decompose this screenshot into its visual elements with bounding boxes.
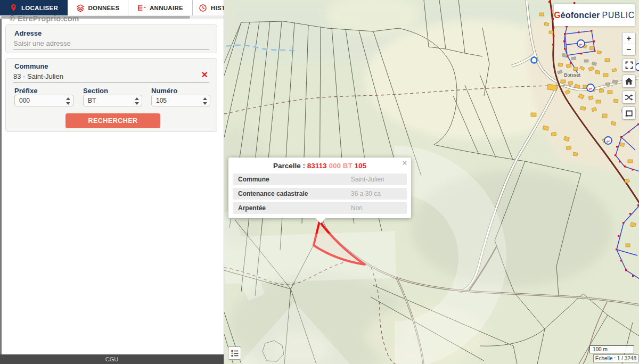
cgu-footer-link[interactable]: CGU xyxy=(0,354,224,364)
scrollbar-thumb[interactable] xyxy=(1,16,190,19)
blue-ring-marker[interactable] xyxy=(531,57,537,63)
home-icon xyxy=(625,77,633,85)
tab-localiser[interactable]: LOCALISER xyxy=(0,0,68,15)
tab-historique[interactable]: HISTORIQUE xyxy=(193,0,224,15)
numero-label: Numéro xyxy=(151,87,177,95)
sidebar: LOCALISER DONNÉES ANNUAIRE HISTORIQUE xyxy=(0,0,224,364)
address-card: Adresse Saisir une adresse xyxy=(5,24,217,53)
section-value: BT xyxy=(88,97,96,104)
ge-badge[interactable]: ge xyxy=(604,137,612,144)
popup-callout-pointer xyxy=(316,218,325,224)
commune-card: Commune 83 - Saint-Julien ✕ Préfixe Sect… xyxy=(5,58,217,132)
ge-badge[interactable]: ge xyxy=(587,84,594,92)
commune-input[interactable]: 83 - Saint-Julien xyxy=(13,72,63,80)
numero-value: 105 xyxy=(156,97,167,104)
tab-localiser-label: LOCALISER xyxy=(21,5,58,11)
home-extent-button[interactable] xyxy=(622,75,636,88)
layers-icon xyxy=(76,4,85,12)
popup-row-arpentee: Arpentée Non xyxy=(233,202,407,214)
map-pin-icon xyxy=(10,4,18,12)
row-label: Commune xyxy=(238,176,351,183)
legend-button[interactable] xyxy=(228,346,241,360)
address-label: Adresse xyxy=(14,29,42,37)
zoom-out-button[interactable]: − xyxy=(622,44,635,55)
scale-bar: 100 m xyxy=(589,345,634,353)
svg-text:ge: ge xyxy=(579,42,583,46)
logo-initial: G xyxy=(554,11,560,20)
row-value: 36 a 30 ca xyxy=(351,190,381,197)
commune-label: Commune xyxy=(14,62,48,70)
section-label: Section xyxy=(83,87,108,95)
parcel-popup-title: Parcelle : 83113 000 BT 105 xyxy=(241,162,398,170)
geofoncier-logo[interactable]: GéofoncierPUBLIC xyxy=(554,4,635,26)
svg-text:ge: ge xyxy=(588,86,592,90)
stepper-icon xyxy=(66,97,70,105)
tab-historique-label: HISTORIQUE xyxy=(211,5,224,11)
row-value: Non xyxy=(351,204,363,212)
address-underline xyxy=(13,49,209,49)
stepper-icon xyxy=(135,97,139,105)
address-input[interactable]: Saisir une adresse xyxy=(13,39,71,47)
clear-commune-icon[interactable]: ✕ xyxy=(201,71,208,79)
prefixe-select[interactable]: 000 xyxy=(14,95,73,106)
ge-badge[interactable]: ge xyxy=(577,40,585,47)
row-label: Arpentée xyxy=(238,204,351,212)
stepper-icon xyxy=(203,97,207,105)
popup-row-contenance: Contenance cadastrale 36 a 30 ca xyxy=(233,188,407,200)
tabbar-scrollbar[interactable] xyxy=(0,15,224,19)
directory-icon xyxy=(137,4,146,12)
popup-row-commune: Commune Saint-Julien xyxy=(233,173,407,185)
parcel-numero-code: 105 xyxy=(354,162,366,170)
prefixe-label: Préfixe xyxy=(14,87,37,95)
tab-annuaire-label: ANNUAIRE xyxy=(150,5,183,11)
scale-ratio: Échelle : 1 / 3248 xyxy=(593,354,638,362)
swap-view-button[interactable] xyxy=(622,90,636,104)
logo-suffix: PUBLIC xyxy=(602,11,634,20)
fullscreen-button[interactable] xyxy=(622,59,636,72)
search-button[interactable]: RECHERCHER xyxy=(65,113,160,128)
zoom-in-button[interactable]: + xyxy=(622,32,635,44)
select-extent-button[interactable] xyxy=(622,106,636,120)
history-clock-icon xyxy=(199,4,207,12)
ge-badge[interactable] xyxy=(635,63,639,71)
tab-bar: LOCALISER DONNÉES ANNUAIRE HISTORIQUE xyxy=(0,0,224,15)
sidebar-left-edge xyxy=(0,19,2,354)
tab-donnees-label: DONNÉES xyxy=(88,5,120,11)
tab-annuaire[interactable]: ANNUAIRE xyxy=(128,0,193,15)
popup-close-icon[interactable]: × xyxy=(403,159,407,167)
shuffle-arrows-icon xyxy=(625,94,633,101)
parcel-insee-code: 83113 xyxy=(307,162,327,170)
row-value: Saint-Julien xyxy=(351,176,384,183)
zoom-controls: + − xyxy=(622,32,636,55)
row-label: Contenance cadastrale xyxy=(238,190,351,197)
parcel-prefixe-code: 000 xyxy=(329,162,341,170)
popup-title-prefix: Parcelle : xyxy=(273,162,305,170)
rectangle-select-icon xyxy=(625,110,633,117)
numero-select[interactable]: 105 xyxy=(151,95,210,106)
commune-underline xyxy=(13,82,209,82)
svg-text:ge: ge xyxy=(606,139,610,143)
village-label: Boisset xyxy=(564,72,581,78)
geofoncier-app: LOCALISER DONNÉES ANNUAIRE HISTORIQUE xyxy=(0,0,639,364)
parcel-popup: Parcelle : 83113 000 BT 105 × Commune Sa… xyxy=(228,158,411,218)
legend-list-icon xyxy=(231,349,239,358)
map-viewport: ge ge ge Boisset xyxy=(224,0,639,364)
parcel-section-code: BT xyxy=(343,162,353,170)
prefixe-value: 000 xyxy=(19,97,30,104)
logo-name: éofoncier xyxy=(561,11,600,20)
fullscreen-icon xyxy=(625,61,633,69)
section-select[interactable]: BT xyxy=(83,95,142,106)
tab-donnees[interactable]: DONNÉES xyxy=(68,0,128,15)
